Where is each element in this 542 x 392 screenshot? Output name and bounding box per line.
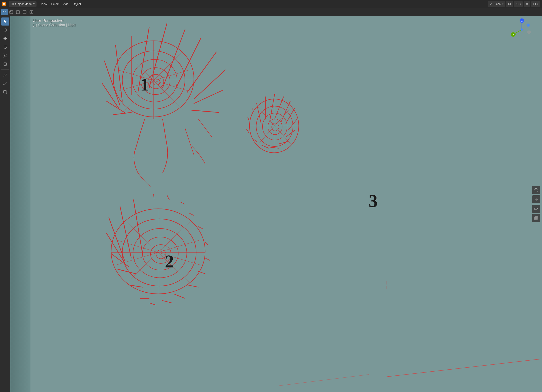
menu-add[interactable]: Add xyxy=(62,2,70,6)
svg-line-34 xyxy=(6,56,7,57)
tool-add-cube[interactable] xyxy=(1,88,9,96)
tool-transform[interactable] xyxy=(1,60,9,68)
tool-cursor[interactable] xyxy=(1,26,9,34)
svg-point-24 xyxy=(31,11,32,13)
camera-view-btn[interactable] xyxy=(532,205,540,213)
svg-rect-16 xyxy=(3,11,4,12)
mode-label: Object Mode xyxy=(15,2,32,5)
svg-line-44 xyxy=(6,93,7,94)
svg-text:Z: Z xyxy=(521,20,522,22)
navigation-gizmo[interactable]: Z Y xyxy=(511,18,529,36)
svg-point-143 xyxy=(526,23,530,27)
icon-mode-2[interactable] xyxy=(8,9,14,15)
svg-rect-149 xyxy=(535,217,538,220)
tool-scale[interactable] xyxy=(1,52,9,60)
svg-rect-12 xyxy=(535,3,536,4)
svg-rect-14 xyxy=(535,4,536,5)
menu-select[interactable]: Select xyxy=(49,2,61,6)
svg-marker-10 xyxy=(526,3,528,5)
left-wall xyxy=(10,16,30,392)
svg-line-31 xyxy=(3,54,5,55)
svg-point-142 xyxy=(521,28,523,31)
svg-rect-17 xyxy=(5,11,5,12)
transform-orientation[interactable]: Global ▾ xyxy=(488,1,505,7)
tool-measure[interactable] xyxy=(1,80,9,87)
svg-line-33 xyxy=(3,56,5,57)
icon-mode-solid[interactable] xyxy=(1,9,8,15)
icon-mode-5[interactable] xyxy=(28,9,34,15)
pan-btn[interactable] xyxy=(532,195,540,203)
menu-object[interactable]: Object xyxy=(71,2,83,6)
tool-move[interactable] xyxy=(1,34,9,43)
snap-button[interactable] xyxy=(506,1,513,7)
svg-line-32 xyxy=(6,54,7,55)
menu-view[interactable]: View xyxy=(39,2,49,6)
icon-mode-4[interactable] xyxy=(22,9,28,15)
svg-rect-19 xyxy=(10,11,11,12)
header-icon-row xyxy=(0,8,542,16)
menu-items: View Select Add Object xyxy=(39,2,83,6)
svg-rect-41 xyxy=(4,91,6,93)
left-toolbar xyxy=(0,16,10,392)
svg-point-141 xyxy=(527,30,531,34)
grid-view-btn[interactable] xyxy=(532,214,540,222)
icon-mode-3[interactable] xyxy=(15,9,21,15)
proportional-editing[interactable]: ▾ xyxy=(514,1,523,7)
svg-rect-4 xyxy=(12,3,13,5)
svg-rect-148 xyxy=(535,208,537,210)
tool-annotate[interactable] xyxy=(1,71,9,79)
svg-rect-30 xyxy=(5,55,6,56)
svg-point-36 xyxy=(5,64,5,65)
scene-background xyxy=(10,16,542,392)
svg-point-25 xyxy=(4,29,6,31)
svg-point-6 xyxy=(509,4,510,5)
zoom-in-btn[interactable] xyxy=(532,186,540,194)
main-viewport[interactable]: 1 2 3 User Perspective (1) Scene Collect… xyxy=(10,16,542,392)
svg-rect-11 xyxy=(533,3,534,4)
top-menu-bar: Object Mode ▾ View Select Add Object Glo… xyxy=(0,0,542,8)
header-right: Global ▾ ▾ ▾ xyxy=(488,1,542,7)
svg-line-38 xyxy=(4,82,7,85)
editor-type-button[interactable]: ▾ xyxy=(531,1,540,7)
svg-text:Y: Y xyxy=(513,33,514,36)
tool-select[interactable] xyxy=(1,17,9,26)
blender-logo[interactable] xyxy=(0,0,8,8)
right-overlay xyxy=(532,186,540,222)
svg-rect-20 xyxy=(16,11,20,14)
keyframe-button[interactable] xyxy=(524,1,530,7)
tool-rotate[interactable] xyxy=(1,43,9,51)
mode-dropdown-icon: ▾ xyxy=(33,2,35,5)
svg-rect-13 xyxy=(533,4,534,5)
svg-point-2 xyxy=(3,3,5,5)
mode-selector[interactable]: Object Mode ▾ xyxy=(9,1,37,7)
svg-line-147 xyxy=(537,191,538,191)
